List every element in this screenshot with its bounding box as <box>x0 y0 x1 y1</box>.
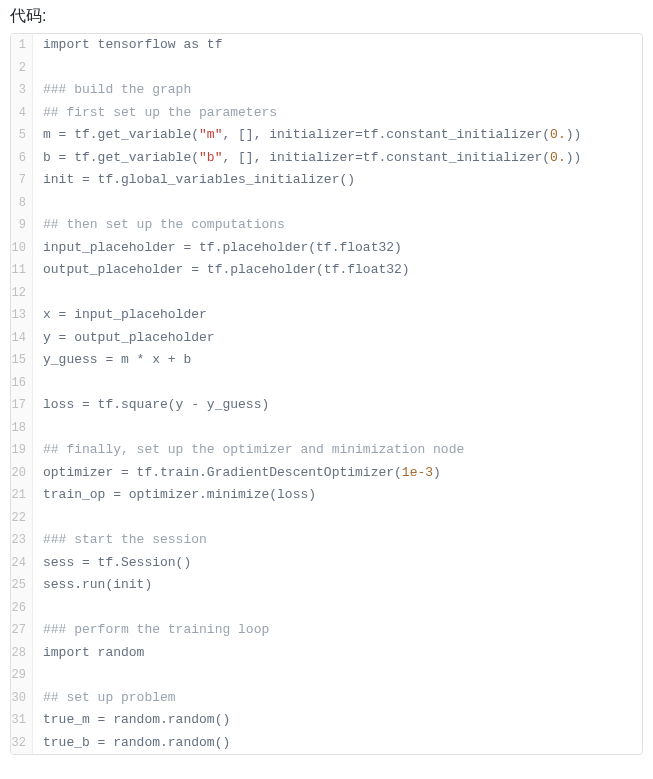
line-content: train_op = optimizer.minimize(loss) <box>33 484 316 507</box>
code-token: true_b = random.random() <box>43 735 230 750</box>
code-line: 19## finally, set up the optimizer and m… <box>11 439 642 462</box>
line-content: optimizer = tf.train.GradientDescentOpti… <box>33 462 441 485</box>
code-token: import tensorflow as tf <box>43 37 222 52</box>
line-content: y = output_placeholder <box>33 327 215 350</box>
code-token: output_placeholder = tf.placeholder(tf.f… <box>43 262 410 277</box>
line-number: 22 <box>11 507 33 530</box>
line-number: 5 <box>11 124 33 147</box>
line-number: 3 <box>11 79 33 102</box>
code-token: input_placeholder = tf.placeholder(tf.fl… <box>43 240 402 255</box>
code-line: 2 <box>11 57 642 80</box>
line-number: 6 <box>11 147 33 170</box>
code-token: ## set up problem <box>43 690 176 705</box>
line-content: x = input_placeholder <box>33 304 207 327</box>
code-line: 32true_b = random.random() <box>11 732 642 755</box>
line-number: 13 <box>11 304 33 327</box>
line-number: 24 <box>11 552 33 575</box>
code-line: 24sess = tf.Session() <box>11 552 642 575</box>
code-token: optimizer = tf.train.GradientDescentOpti… <box>43 465 402 480</box>
code-token: y = output_placeholder <box>43 330 215 345</box>
snippet-title: 代码: <box>10 6 643 27</box>
line-content: input_placeholder = tf.placeholder(tf.fl… <box>33 237 402 260</box>
code-line: 14y = output_placeholder <box>11 327 642 350</box>
code-token: ### start the session <box>43 532 207 547</box>
line-content: output_placeholder = tf.placeholder(tf.f… <box>33 259 410 282</box>
code-token: x = input_placeholder <box>43 307 207 322</box>
code-token: m = tf.get_variable( <box>43 127 199 142</box>
code-token: ### perform the training loop <box>43 622 269 637</box>
code-token: sess = tf.Session() <box>43 555 191 570</box>
line-content: y_guess = m * x + b <box>33 349 191 372</box>
line-number: 27 <box>11 619 33 642</box>
line-content: import random <box>33 642 144 665</box>
line-number: 12 <box>11 282 33 305</box>
line-number: 8 <box>11 192 33 215</box>
line-number: 17 <box>11 394 33 417</box>
code-line: 8 <box>11 192 642 215</box>
line-content: m = tf.get_variable("m", [], initializer… <box>33 124 581 147</box>
code-token: import random <box>43 645 144 660</box>
line-number: 31 <box>11 709 33 732</box>
code-line: 7init = tf.global_variables_initializer(… <box>11 169 642 192</box>
line-content: b = tf.get_variable("b", [], initializer… <box>33 147 581 170</box>
line-content: init = tf.global_variables_initializer() <box>33 169 355 192</box>
code-line: 23### start the session <box>11 529 642 552</box>
code-line: 27### perform the training loop <box>11 619 642 642</box>
code-token: true_m = random.random() <box>43 712 230 727</box>
line-content: ## first set up the parameters <box>33 102 277 125</box>
code-token: "b" <box>199 150 222 165</box>
line-number: 1 <box>11 34 33 57</box>
code-line: 13x = input_placeholder <box>11 304 642 327</box>
line-content: import tensorflow as tf <box>33 34 222 57</box>
code-block: 1import tensorflow as tf23### build the … <box>10 33 643 755</box>
line-number: 2 <box>11 57 33 80</box>
line-number: 19 <box>11 439 33 462</box>
code-line: 31true_m = random.random() <box>11 709 642 732</box>
code-token: train_op = optimizer.minimize(loss) <box>43 487 316 502</box>
line-number: 7 <box>11 169 33 192</box>
code-line: 10input_placeholder = tf.placeholder(tf.… <box>11 237 642 260</box>
line-number: 25 <box>11 574 33 597</box>
code-token: y_guess = m * x + b <box>43 352 191 367</box>
code-line: 3### build the graph <box>11 79 642 102</box>
line-number: 18 <box>11 417 33 440</box>
code-line: 18 <box>11 417 642 440</box>
code-line: 22 <box>11 507 642 530</box>
code-token: init = tf.global_variables_initializer() <box>43 172 355 187</box>
code-line: 29 <box>11 664 642 687</box>
line-number: 26 <box>11 597 33 620</box>
code-line: 12 <box>11 282 642 305</box>
code-token: loss = tf.square(y - y_guess) <box>43 397 269 412</box>
code-line: 9## then set up the computations <box>11 214 642 237</box>
code-line: 4## first set up the parameters <box>11 102 642 125</box>
code-line: 26 <box>11 597 642 620</box>
code-snippet-container: 代码: 1import tensorflow as tf23### build … <box>0 0 653 755</box>
line-content: loss = tf.square(y - y_guess) <box>33 394 269 417</box>
code-token: ) <box>433 465 441 480</box>
line-number: 9 <box>11 214 33 237</box>
line-number: 29 <box>11 664 33 687</box>
line-content: ### perform the training loop <box>33 619 269 642</box>
code-line: 20optimizer = tf.train.GradientDescentOp… <box>11 462 642 485</box>
line-content: sess.run(init) <box>33 574 152 597</box>
code-line: 5m = tf.get_variable("m", [], initialize… <box>11 124 642 147</box>
code-token: ## first set up the parameters <box>43 105 277 120</box>
line-number: 20 <box>11 462 33 485</box>
code-token: "m" <box>199 127 222 142</box>
line-number: 14 <box>11 327 33 350</box>
code-line: 1import tensorflow as tf <box>11 34 642 57</box>
code-token: 1e-3 <box>402 465 433 480</box>
line-number: 10 <box>11 237 33 260</box>
line-content: ## finally, set up the optimizer and min… <box>33 439 464 462</box>
line-content: sess = tf.Session() <box>33 552 191 575</box>
line-number: 16 <box>11 372 33 395</box>
code-token: 0. <box>550 150 566 165</box>
line-number: 30 <box>11 687 33 710</box>
code-token: b = tf.get_variable( <box>43 150 199 165</box>
code-line: 15y_guess = m * x + b <box>11 349 642 372</box>
code-line: 17loss = tf.square(y - y_guess) <box>11 394 642 417</box>
code-token: sess.run(init) <box>43 577 152 592</box>
line-content: true_b = random.random() <box>33 732 230 755</box>
line-number: 28 <box>11 642 33 665</box>
line-content: ### start the session <box>33 529 207 552</box>
